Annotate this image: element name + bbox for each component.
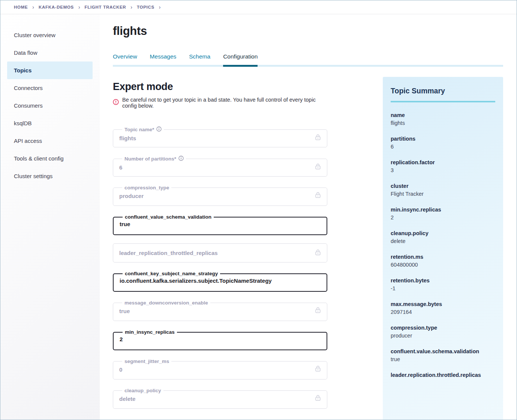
- summary-item-label: retention.bytes: [391, 278, 495, 284]
- field-value: true: [119, 308, 130, 314]
- breadcrumb-item-topics[interactable]: TOPICS: [137, 5, 154, 9]
- field-value-row: 6: [119, 163, 321, 171]
- summary-accent-bar: [391, 101, 495, 102]
- field-value: delete: [119, 396, 135, 402]
- field-label: message_downconversion_enable: [122, 300, 210, 306]
- expert-mode-heading: Expert mode: [113, 81, 327, 93]
- info-icon[interactable]: [156, 126, 162, 133]
- summary-item-value: flights: [391, 120, 495, 126]
- field-value: flights: [119, 135, 136, 141]
- sidebar-item-api-access[interactable]: API access: [7, 132, 93, 150]
- sidebar-item-data-flow[interactable]: Data flow: [7, 44, 93, 62]
- summary-item-label: replication.factor: [391, 159, 495, 165]
- field-value-row: producer: [119, 192, 321, 200]
- field-value-row: 0: [119, 365, 321, 374]
- summary-item-value: true: [391, 356, 495, 362]
- field-leader-replication-throttled-replicas: leader_replication_throttled_replicas: [113, 243, 327, 262]
- summary-item-label: compression.type: [391, 325, 495, 331]
- summary-item-label: name: [391, 112, 495, 118]
- field-value: io.confluent.kafka.serializers.subject.T…: [120, 278, 272, 284]
- chevron-right-icon: ›: [78, 4, 80, 10]
- breadcrumb-item-home[interactable]: HOME: [14, 5, 28, 9]
- field-label: confluent_key_subject_name_strategy: [123, 271, 220, 276]
- field-value: producer: [119, 193, 144, 199]
- chevron-right-icon: ›: [159, 4, 161, 10]
- sidebar-item-tools-client-config[interactable]: Tools & client config: [7, 150, 93, 167]
- field-message-downconversion-enable: message_downconversion_enabletrue: [113, 300, 327, 321]
- sidebar-item-cluster-settings[interactable]: Cluster settings: [7, 167, 93, 185]
- topic-configuration-page: { "breadcrumb": { "items": ["HOME", "KAF…: [0, 0, 517, 420]
- lock-icon: [315, 192, 321, 200]
- field-number-of-partitions: Number of partitions*6: [113, 156, 327, 177]
- page-title: flights: [113, 24, 503, 38]
- field-value: 0: [119, 366, 122, 373]
- sidebar-item-cluster-overview[interactable]: Cluster overview: [7, 26, 93, 44]
- field-value: true: [120, 221, 130, 227]
- summary-item-value: Flight Tracker: [391, 191, 495, 197]
- main-content: flights OverviewMessagesSchemaConfigurat…: [100, 14, 517, 420]
- field-segment-jitter-ms: segment_jitter_ms0: [113, 358, 327, 380]
- lock-icon: [315, 394, 321, 403]
- summary-item-value: delete: [391, 238, 495, 244]
- summary-item-value: 3: [391, 167, 495, 173]
- tab-schema[interactable]: Schema: [189, 53, 210, 65]
- info-icon[interactable]: [178, 156, 184, 162]
- field-label: Topic name*: [122, 126, 164, 133]
- field-label-text: min_insync_replicas: [125, 329, 175, 335]
- content-row: Expert mode Be careful not to get your t…: [113, 77, 503, 420]
- summary-item-value: producer: [391, 333, 495, 339]
- field-label-text: Topic name*: [124, 127, 154, 132]
- sidebar-item-topics[interactable]: Topics: [7, 62, 93, 79]
- tab-track: [113, 65, 503, 67]
- sidebar-item-consumers[interactable]: Consumers: [7, 97, 93, 114]
- summary-item-label: min.insync.replicas: [391, 207, 495, 213]
- tab-overview[interactable]: Overview: [113, 53, 137, 65]
- field-label-text: leader_replication_throttled_replicas: [119, 250, 218, 256]
- summary-item-value: 2: [391, 214, 495, 220]
- breadcrumb-item-kafka-demos[interactable]: KAFKA-DEMOS: [39, 5, 74, 9]
- field-label-text: compression_type: [124, 185, 169, 190]
- field-value-row: io.confluent.kafka.serializers.subject.T…: [120, 278, 321, 284]
- chevron-right-icon: ›: [32, 4, 34, 10]
- field-label: cleanup_policy: [122, 388, 163, 393]
- topic-summary-panel: Topic Summary nameflightspartitions6repl…: [383, 77, 503, 420]
- field-topic-name: Topic name*flights: [113, 126, 327, 147]
- field-label-text: confluent_value_schema_validation: [125, 214, 211, 220]
- lock-icon: [315, 365, 321, 374]
- field-label: Number of partitions*: [122, 156, 186, 162]
- field-min-insync-replicas[interactable]: min_insync_replicas2: [113, 329, 327, 350]
- field-value: 6: [119, 164, 122, 171]
- field-label: segment_jitter_ms: [122, 358, 171, 364]
- lock-icon: [315, 163, 321, 171]
- lock-icon: [315, 134, 321, 142]
- field-label-text: Number of partitions*: [124, 156, 176, 162]
- summary-item-label: partitions: [391, 136, 495, 142]
- field-label-text: segment_jitter_ms: [124, 358, 169, 364]
- field-label: min_insync_replicas: [123, 329, 177, 335]
- tab-messages[interactable]: Messages: [150, 53, 177, 65]
- field-label-text: confluent_key_subject_name_strategy: [125, 271, 218, 276]
- summary-item-label: max.message.bytes: [391, 301, 495, 307]
- summary-item-label: cleanup.policy: [391, 230, 495, 236]
- summary-item-value: 2097164: [391, 309, 495, 315]
- sidebar-item-connectors[interactable]: Connectors: [7, 79, 93, 97]
- breadcrumb-item-flight-tracker[interactable]: FLIGHT TRACKER: [85, 5, 126, 9]
- summary-item-value: 604800000: [391, 262, 495, 268]
- field-value-row: 2: [120, 336, 321, 342]
- summary-items: nameflightspartitions6replication.factor…: [391, 112, 495, 378]
- app-body: Cluster overviewData flowTopicsConnector…: [0, 14, 517, 420]
- field-confluent-key-subject-name-strategy[interactable]: confluent_key_subject_name_strategyio.co…: [113, 271, 327, 292]
- warning-icon: [113, 99, 119, 106]
- summary-item-label: confluent.value.schema.validation: [391, 348, 495, 354]
- field-value-row: flights: [119, 134, 321, 142]
- field-confluent-value-schema-validation[interactable]: confluent_value_schema_validationtrue: [113, 214, 327, 235]
- breadcrumb: HOME›KAFKA-DEMOS›FLIGHT TRACKER›TOPICS›: [0, 0, 517, 14]
- field-label: compression_type: [122, 185, 171, 190]
- field-value-row: delete: [119, 394, 321, 403]
- sidebar-item-ksqldb[interactable]: ksqlDB: [7, 114, 93, 132]
- field-value-row: true: [120, 221, 321, 227]
- chevron-right-icon: ›: [130, 4, 132, 10]
- field-label: confluent_value_schema_validation: [123, 214, 214, 220]
- tab-configuration[interactable]: Configuration: [223, 53, 258, 65]
- config-fields: Topic name*flightsNumber of partitions*6…: [113, 126, 327, 409]
